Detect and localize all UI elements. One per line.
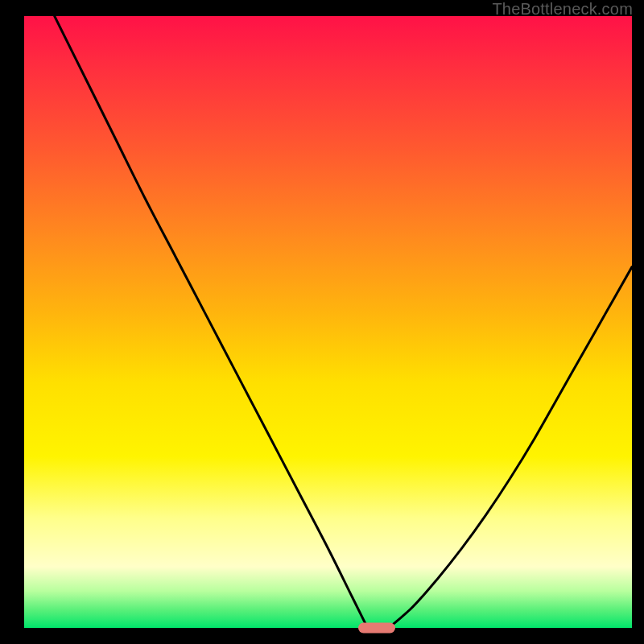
curves-svg xyxy=(24,16,632,628)
left-curve xyxy=(55,16,368,628)
plot-area xyxy=(24,16,632,628)
chart-container: TheBottleneck.com xyxy=(0,0,644,644)
bottleneck-marker xyxy=(358,623,395,634)
right-curve xyxy=(389,267,632,628)
